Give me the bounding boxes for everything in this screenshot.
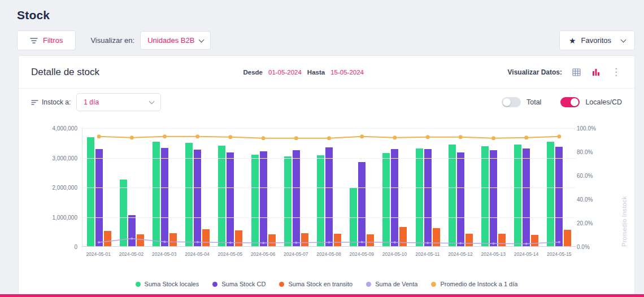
x-axis-labels: 2024-05-012024-05-022024-05-032024-05-04…	[82, 251, 576, 257]
right-axis-title: Promedio Instock	[621, 128, 628, 247]
line-marker[interactable]	[426, 135, 430, 139]
visualize-in-label: Visualizar en:	[90, 36, 134, 45]
line-marker[interactable]	[262, 136, 266, 140]
line-marker[interactable]	[558, 241, 560, 243]
total-toggle-group: Total	[502, 97, 541, 107]
line-marker[interactable]	[525, 243, 528, 245]
line-marker[interactable]	[394, 241, 396, 243]
y-axis-tick-right: 40.0%	[577, 196, 602, 203]
date-to-value[interactable]: 15-05-2024	[330, 69, 364, 76]
date-from-value[interactable]: 01-05-2024	[268, 69, 302, 76]
y-axis-tick-left: 3,000,000	[25, 155, 77, 161]
instock-select[interactable]: 1 día	[76, 93, 161, 111]
line-marker[interactable]	[229, 242, 232, 244]
line-marker[interactable]	[491, 136, 495, 140]
line-marker[interactable]	[163, 134, 167, 138]
x-axis-label: 2024-05-14	[510, 251, 542, 257]
legend-item[interactable]: Suma Stock locales	[136, 281, 199, 287]
x-axis-label: 2024-05-10	[378, 251, 411, 257]
line-marker[interactable]	[459, 135, 463, 139]
line-marker[interactable]	[228, 135, 232, 139]
y-axis-tick-right: 60.0%	[577, 173, 602, 179]
line-overlay	[82, 128, 576, 246]
chart-view-button[interactable]	[591, 67, 601, 77]
locales-cd-toggle[interactable]	[560, 97, 580, 107]
x-axis-label: 2024-05-11	[411, 251, 444, 257]
line-marker[interactable]	[164, 241, 166, 243]
visualize-data-label: Visualizar Datos:	[508, 68, 562, 76]
legend-dot-icon	[212, 282, 217, 287]
x-axis-label: 2024-05-08	[312, 251, 345, 257]
table-grid-icon	[572, 68, 581, 76]
line-marker[interactable]	[327, 136, 331, 140]
line-marker[interactable]	[262, 242, 264, 244]
y-axis-tick-right: 80.0%	[577, 149, 602, 155]
line-marker[interactable]	[130, 136, 134, 139]
visualize-data-zone: Visualizar Datos: ⋮	[508, 66, 622, 78]
y-axis-tick-right: 20.0%	[577, 220, 602, 226]
locales-toggle-label: Locales/CD	[585, 98, 622, 106]
line-marker[interactable]	[98, 241, 100, 243]
stock-chart: Promedio Instock 2024-05-012024-05-02202…	[25, 125, 628, 265]
line-marker[interactable]	[360, 134, 364, 138]
line-marker[interactable]	[195, 134, 199, 138]
chart-legend: Suma Stock localesSuma Stock CDSuma Stoc…	[19, 281, 634, 287]
favorites-button[interactable]: ★ Favoritos	[559, 30, 635, 50]
visualize-in-value: Unidades B2B	[147, 36, 194, 45]
instock-label: Instock a:	[42, 98, 71, 106]
total-toggle[interactable]	[502, 97, 521, 107]
x-axis-label: 2024-05-13	[477, 251, 510, 257]
plot-area	[82, 128, 576, 247]
visualize-in-select[interactable]: Unidades B2B	[140, 31, 211, 50]
total-toggle-label: Total	[526, 98, 541, 106]
line-marker[interactable]	[97, 134, 101, 138]
line-marker[interactable]	[427, 242, 429, 244]
line-marker[interactable]	[361, 241, 363, 243]
y-axis-tick-left: 4,000,000	[25, 125, 77, 132]
locales-toggle-group: Locales/CD	[560, 97, 622, 107]
line-marker[interactable]	[328, 241, 330, 243]
line-marker[interactable]	[295, 242, 297, 244]
y-axis-tick-right: 100.0%	[577, 125, 602, 132]
chevron-down-icon	[149, 99, 155, 104]
x-axis-label: 2024-05-04	[181, 251, 214, 257]
chevron-down-icon	[621, 37, 626, 42]
filters-button-label: Filtros	[43, 36, 63, 45]
line-marker[interactable]	[524, 136, 528, 139]
toggle-knob	[503, 98, 511, 106]
stock-detail-card: Detalle de stock Desde 01-05-2024 Hasta …	[18, 55, 635, 297]
legend-dot-icon	[136, 282, 141, 287]
y-axis-tick-left: 1,000,000	[25, 215, 77, 221]
x-axis-label: 2024-05-01	[82, 251, 115, 257]
filters-button[interactable]: Filtros	[17, 30, 76, 50]
bar-chart-icon	[592, 68, 600, 76]
y-axis-tick-left: 2,000,000	[25, 185, 77, 191]
favorites-button-label: Favoritos	[581, 36, 611, 45]
x-axis-label: 2024-05-06	[246, 251, 279, 257]
line-marker[interactable]	[459, 242, 462, 244]
card-header: Detalle de stock Desde 01-05-2024 Hasta …	[19, 56, 634, 89]
card-title: Detalle de stock	[31, 67, 99, 78]
line-marker[interactable]	[197, 241, 199, 243]
legend-item[interactable]: Promedio de Instock a 1 día	[431, 281, 517, 287]
line-marker[interactable]	[294, 136, 298, 140]
y-axis-tick-right: 0.0%	[577, 244, 602, 250]
line-marker[interactable]	[557, 134, 561, 138]
date-range: Desde 01-05-2024 Hasta 15-05-2024	[99, 69, 508, 76]
filter-lines-icon	[31, 99, 38, 106]
line-marker[interactable]	[130, 237, 133, 239]
legend-item[interactable]: Suma Stock en transito	[279, 281, 353, 287]
more-options-button[interactable]: ⋮	[610, 66, 622, 78]
line-marker[interactable]	[493, 242, 495, 244]
legend-item[interactable]: Suma de Venta	[366, 281, 417, 287]
star-icon: ★	[569, 37, 576, 45]
filter-icon	[30, 37, 38, 44]
x-axis-label: 2024-05-07	[280, 251, 312, 257]
table-view-button[interactable]	[571, 67, 582, 77]
line-marker[interactable]	[393, 136, 397, 139]
legend-item[interactable]: Suma Stock CD	[212, 281, 266, 287]
legend-label: Suma Stock CD	[221, 281, 266, 287]
toggle-knob	[571, 98, 578, 106]
y-axis-tick-left: 0	[25, 244, 77, 250]
chevron-down-icon	[199, 37, 204, 42]
